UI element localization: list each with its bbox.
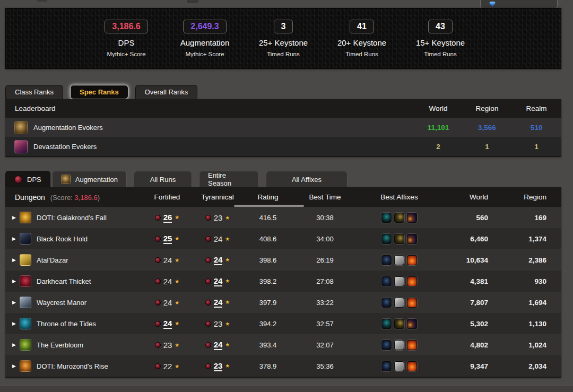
keystone-orb-icon	[205, 321, 211, 327]
world-rank[interactable]: 4,381	[443, 277, 504, 285]
filter-tabs: DPS Augmentation All Runs Entire Season …	[5, 171, 348, 187]
table-row[interactable]: ▶ DOTI: Galakrond's Fall 26 ★ 23 ★ 416.5…	[5, 207, 561, 228]
leaderboard-header: Leaderboard World Region Realm	[5, 99, 561, 118]
dungeon-name[interactable]: Darkheart Thicket	[37, 277, 91, 285]
filter-entire-season[interactable]: Entire Season	[199, 171, 259, 187]
column-region[interactable]: Region	[504, 193, 561, 201]
tab-dps[interactable]: DPS	[5, 171, 50, 187]
fortified-key: 24 ★	[141, 256, 194, 265]
table-row[interactable]: ▶ The Everbloom 23 ★ 24 ★ 393.4 32:07 4,…	[5, 334, 561, 355]
tab-augmentation[interactable]: Augmentation	[52, 171, 127, 187]
leaderboard-row[interactable]: Augmentation Evokers 11,101 3,566 510	[5, 118, 561, 137]
world-rank[interactable]: 7,807	[443, 299, 504, 307]
best-time-value: 26:19	[294, 256, 355, 264]
table-row[interactable]: ▶ DOTI: Murozond's Rise 22 ★ 23 ★ 378.9 …	[5, 355, 561, 377]
stat-augmentation-score: 2,649.3 Augmentation Mythic+ Score	[179, 20, 230, 57]
column-region: Region	[463, 104, 511, 112]
best-affixes	[355, 319, 443, 329]
region-rank[interactable]: 1,024	[504, 341, 561, 349]
dps-score-value: 3,186.6	[74, 194, 97, 202]
rating-value: 416.5	[241, 214, 294, 222]
keystone-orb-icon	[155, 363, 161, 369]
star-icon: ★	[175, 214, 179, 220]
world-rank[interactable]: 4,802	[443, 341, 504, 349]
augmentation-spec-icon	[14, 121, 28, 134]
table-row[interactable]: ▶ Throne of the Tides 24 ★ 23 ★ 394.2 32…	[5, 313, 561, 334]
expand-arrow-icon[interactable]: ▶	[12, 342, 20, 347]
world-rank[interactable]: 6,460	[443, 235, 504, 243]
star-icon: ★	[225, 278, 230, 284]
world-rank[interactable]: 10,634	[443, 256, 504, 264]
affix-icon	[407, 213, 417, 223]
table-row[interactable]: ▶ Atal'Dazar 24 ★ 24 ★ 398.6 26:19 10,63…	[5, 249, 561, 271]
dungeon-name[interactable]: Throne of the Tides	[37, 320, 96, 328]
table-row[interactable]: ▶ Waycrest Manor 24 ★ 24 ★ 397.9 33:22 7…	[5, 292, 561, 313]
region-rank[interactable]: 1,130	[504, 320, 561, 328]
filter-all-affixes[interactable]: All Affixes	[266, 171, 348, 187]
stat-25-keystone: 3 25+ Keystone Timed Runs	[258, 20, 309, 57]
region-rank[interactable]: 2,034	[504, 362, 561, 370]
stat-sublabel: Timed Runs	[336, 51, 387, 57]
spec-name: Devastation Evokers	[33, 143, 97, 151]
tyrannical-key: 24 ★	[194, 234, 241, 243]
tab-label: DPS	[27, 176, 41, 184]
column-best-affixes[interactable]: Best Affixes	[355, 193, 443, 201]
key-level: 24	[214, 298, 223, 308]
affix-icon	[407, 319, 417, 329]
expand-arrow-icon[interactable]: ▶	[12, 278, 20, 284]
rating-value: 398.6	[241, 256, 294, 264]
affix-icon	[407, 276, 417, 286]
expand-arrow-icon[interactable]: ▶	[12, 257, 20, 263]
region-rank[interactable]: 3,566	[463, 124, 511, 132]
leaderboard-row[interactable]: Devastation Evokers 2 1 1	[5, 137, 561, 156]
tab-overall-ranks[interactable]: Overall Ranks	[135, 85, 198, 99]
rating-value: 408.6	[241, 235, 294, 243]
tyrannical-key: 23 ★	[194, 361, 241, 371]
world-rank[interactable]: 5,302	[443, 320, 504, 328]
tab-class-ranks[interactable]: Class Ranks	[5, 85, 63, 99]
realm-rank[interactable]: 510	[511, 124, 561, 132]
column-world[interactable]: World	[443, 193, 504, 201]
world-rank[interactable]: 11,101	[414, 124, 463, 132]
region-rank[interactable]: 930	[504, 277, 561, 285]
dungeon-name[interactable]: DOTI: Galakrond's Fall	[37, 214, 107, 222]
dungeon-name[interactable]: Black Rook Hold	[37, 235, 88, 243]
filter-label: All Runs	[150, 176, 176, 184]
tab-spec-ranks[interactable]: Spec Ranks	[70, 85, 128, 99]
expand-arrow-icon[interactable]: ▶	[12, 321, 20, 326]
keystone-orb-icon	[155, 321, 161, 327]
table-row[interactable]: ▶ Darkheart Thicket 24 ★ 24 ★ 398.2 27:0…	[5, 271, 561, 292]
world-rank[interactable]: 560	[443, 214, 504, 222]
dungeon-name[interactable]: Atal'Dazar	[37, 256, 68, 264]
keystone-orb-icon	[155, 215, 161, 221]
filter-all-runs[interactable]: All Runs	[134, 171, 192, 187]
expand-arrow-icon[interactable]: ▶	[12, 363, 20, 369]
dungeon-name[interactable]: Waycrest Manor	[37, 299, 86, 307]
tyrannical-key: 24 ★	[194, 298, 241, 308]
affix-icon	[407, 298, 417, 308]
region-rank[interactable]: 1,694	[504, 299, 561, 307]
region-rank[interactable]: 1,374	[504, 235, 561, 243]
affix-icon	[394, 298, 404, 308]
expand-arrow-icon[interactable]: ▶	[12, 215, 20, 220]
affix-icon	[381, 340, 392, 350]
star-icon: ★	[225, 342, 230, 347]
corner-button[interactable]	[480, 0, 558, 8]
column-fortified[interactable]: Fortified	[141, 193, 194, 201]
expand-arrow-icon[interactable]: ▶	[12, 300, 20, 305]
column-tyrannical[interactable]: Tyrannical	[194, 193, 241, 201]
filter-label: All Affixes	[292, 176, 322, 184]
dungeon-name[interactable]: DOTI: Murozond's Rise	[37, 362, 108, 370]
affix-icon	[394, 319, 404, 329]
column-best-time[interactable]: Best Time	[294, 193, 355, 201]
region-rank[interactable]: 2,386	[504, 256, 561, 264]
dungeon-table: Dungeon(Score: 3,186.6) Fortified Tyrann…	[5, 187, 561, 378]
column-rating[interactable]: Rating	[241, 193, 294, 201]
dungeon-name[interactable]: The Everbloom	[37, 341, 83, 349]
stat-sublabel: Mythic+ Score	[101, 51, 152, 57]
table-row[interactable]: ▶ Black Rook Hold 25 ★ 24 ★ 408.6 34:00 …	[5, 228, 561, 249]
expand-arrow-icon[interactable]: ▶	[12, 236, 20, 241]
dungeon-icon	[20, 318, 31, 329]
region-rank[interactable]: 169	[504, 214, 561, 222]
world-rank[interactable]: 9,347	[443, 362, 504, 370]
